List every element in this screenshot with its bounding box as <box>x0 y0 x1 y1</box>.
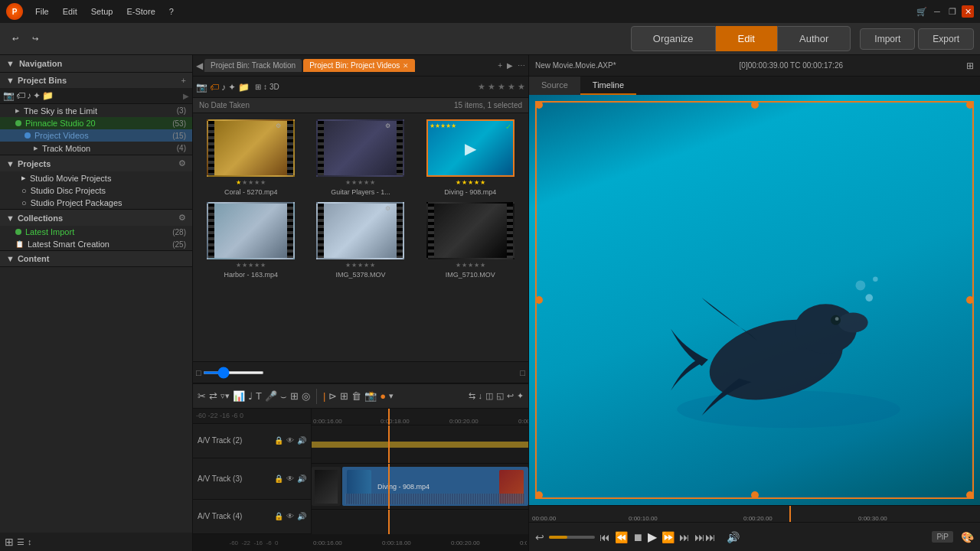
view-toggle-icon[interactable]: ⊞ <box>255 83 261 91</box>
play-icon[interactable]: ▶ <box>465 139 476 158</box>
star5-icon[interactable]: ★ <box>518 82 525 92</box>
media-thumb-img5710[interactable] <box>426 202 514 259</box>
handle-mt[interactable] <box>751 101 759 109</box>
media-item-img5378[interactable]: ⚙ ★ ★ ★ ★ ★ IMG_5378.MOV <box>309 202 412 279</box>
add-bin-icon[interactable]: + <box>181 76 186 85</box>
prev-frame-button[interactable]: ⏪ <box>615 531 628 543</box>
av3-speaker-icon[interactable]: 🔊 <box>297 474 306 483</box>
media-tb-icon1[interactable]: □ <box>196 368 201 377</box>
tl-tool6[interactable]: T <box>256 390 262 402</box>
tl-right2[interactable]: ↓ <box>479 391 483 401</box>
av2-gold-clip[interactable] <box>312 442 528 448</box>
projects-gear-icon[interactable]: ⚙ <box>178 158 186 168</box>
filter-tag-icon[interactable]: 🏷 <box>210 82 219 93</box>
sidebar-item-disc-projects[interactable]: ○ Studio Disc Projects <box>0 184 192 197</box>
media-thumb-diving[interactable]: ★★★★★ ✓ ▶ <box>426 119 514 177</box>
skip-start-button[interactable]: ⏮ <box>599 531 610 543</box>
tab-source[interactable]: Source <box>529 77 580 95</box>
collections-header[interactable]: ▼ Collections ⚙ <box>0 210 192 226</box>
tl-right3[interactable]: ◫ <box>485 391 493 401</box>
menu-file[interactable]: File <box>29 5 55 18</box>
menu-setup[interactable]: Setup <box>85 5 119 18</box>
view-grid-icon[interactable]: ⊞ <box>5 536 14 548</box>
handle-tl[interactable] <box>535 101 543 109</box>
skip-end2-button[interactable]: ⏭⏭ <box>694 531 716 543</box>
cart-icon[interactable]: 🛒 <box>916 5 928 18</box>
menu-edit[interactable]: Edit <box>57 5 83 18</box>
skip-end-button[interactable]: ⏭ <box>679 531 690 543</box>
av4-speaker-icon[interactable]: 🔊 <box>297 512 306 520</box>
author-button[interactable]: Author <box>777 26 851 51</box>
close-tab-icon[interactable]: ✕ <box>403 62 409 70</box>
camera-icon[interactable]: 📷 <box>3 90 15 101</box>
tl-tool12[interactable]: ⊳ <box>328 390 337 402</box>
loop-button[interactable]: ↩ <box>535 531 544 543</box>
bin-add-icon[interactable]: + <box>498 61 502 70</box>
media-item-diving[interactable]: ★★★★★ ✓ ▶ ★ ★ ★ ★ ★ Diving - 908.mp4 <box>419 119 522 196</box>
star3-icon[interactable]: ★ <box>498 82 505 92</box>
tl-tool13[interactable]: ⊞ <box>340 390 348 402</box>
organize-button[interactable]: Organize <box>631 26 716 51</box>
av2-speaker-icon[interactable]: 🔊 <box>297 436 306 445</box>
tl-right1[interactable]: ⇆ <box>469 391 475 401</box>
star4-icon[interactable]: ★ <box>508 82 515 92</box>
redo-button[interactable]: ↪ <box>26 31 44 46</box>
av3-diving-clip[interactable]: Diving - 908.mp4 <box>342 467 528 506</box>
tl-tool2[interactable]: ⇄ <box>209 390 217 402</box>
tl-right5[interactable]: ↩ <box>507 391 514 401</box>
zoom-slider[interactable] <box>203 371 264 374</box>
filter-effects-icon[interactable]: ✦ <box>228 82 236 93</box>
project-bins-header[interactable]: ▼ Project Bins + <box>0 73 192 88</box>
view-list-icon[interactable]: ☰ <box>17 537 24 547</box>
play-button[interactable]: ▶ <box>648 530 657 544</box>
filter-folder-icon[interactable]: 📁 <box>238 82 250 93</box>
handle-ml[interactable] <box>535 296 543 304</box>
edit-button[interactable]: Edit <box>716 26 777 51</box>
bin-tab-project-videos[interactable]: Project Bin: Project Videos ✕ <box>303 59 415 72</box>
content-header[interactable]: ▼ Content <box>0 251 192 266</box>
expand-icon[interactable]: ⊞ <box>966 60 974 71</box>
av3-lock-icon[interactable]: 🔒 <box>274 474 283 483</box>
av4-lock-icon[interactable]: 🔒 <box>274 512 283 520</box>
sidebar-item-latest-import[interactable]: Latest Import (28) <box>0 226 192 238</box>
undo-button[interactable]: ↩ <box>6 31 24 46</box>
bin-overflow-icon[interactable]: ⋯ <box>518 61 525 70</box>
maximize-button[interactable]: ❐ <box>946 5 959 18</box>
star2-icon[interactable]: ★ <box>488 82 495 92</box>
menu-help[interactable]: ? <box>163 5 180 18</box>
av2-eye-icon[interactable]: 👁 <box>286 436 294 445</box>
media-item-guitar[interactable]: ⚙ ★ ★ ★ ★ ★ Guitar Players - 1... <box>309 119 412 196</box>
stop-button[interactable]: ⏹ <box>632 531 643 543</box>
tl-tool17[interactable]: ▾ <box>389 391 394 401</box>
pip-button[interactable]: PiP <box>932 531 953 543</box>
tl-tool8[interactable]: ⌣ <box>280 390 287 403</box>
sidebar-item-movie-projects[interactable]: ▸ Studio Movie Projects <box>0 171 192 184</box>
tl-right6[interactable]: ✦ <box>517 391 524 401</box>
media-item-img5710[interactable]: ★ ★ ★ ★ ★ IMG_5710.MOV <box>419 202 522 279</box>
sidebar-item-pinnacle20[interactable]: Pinnacle Studio 20 (53) <box>0 117 192 129</box>
projects-header[interactable]: ▼ Projects ⚙ <box>0 155 192 171</box>
tl-tool15[interactable]: 📸 <box>364 390 377 402</box>
close-button[interactable]: ✕ <box>962 5 974 18</box>
sidebar-item-project-videos[interactable]: Project Videos (15) <box>0 129 192 142</box>
sort-toggle-icon[interactable]: ↕ <box>263 83 267 91</box>
effects-icon[interactable]: ✦ <box>33 90 41 101</box>
threed-icon[interactable]: 3D <box>270 83 279 91</box>
tl-right4[interactable]: ◱ <box>496 391 504 401</box>
filter-music-icon[interactable]: ♪ <box>221 82 226 93</box>
star1-icon[interactable]: ★ <box>478 82 485 92</box>
collections-gear-icon[interactable]: ⚙ <box>178 213 186 223</box>
sidebar-item-track-motion[interactable]: ▸ Track Motion (4) <box>0 142 192 155</box>
tl-tool3[interactable]: ▿▾ <box>220 391 230 401</box>
tab-timeline[interactable]: Timeline <box>580 77 636 95</box>
handle-bl[interactable] <box>535 491 543 499</box>
handle-mb[interactable] <box>751 491 759 499</box>
media-item-harbor[interactable]: ★ ★ ★ ★ ★ Harbor - 163.mp4 <box>199 202 302 279</box>
filter-camera-icon[interactable]: 📷 <box>196 82 207 93</box>
tag-icon[interactable]: 🏷 <box>16 90 25 101</box>
preview-playhead[interactable] <box>789 506 791 522</box>
tl-tool7[interactable]: 🎤 <box>265 390 277 402</box>
media-thumb-coral[interactable]: ⚙ <box>207 119 295 177</box>
playhead-top[interactable] <box>388 409 390 425</box>
bin-tab-track-motion[interactable]: Project Bin: Track Motion <box>204 59 302 72</box>
